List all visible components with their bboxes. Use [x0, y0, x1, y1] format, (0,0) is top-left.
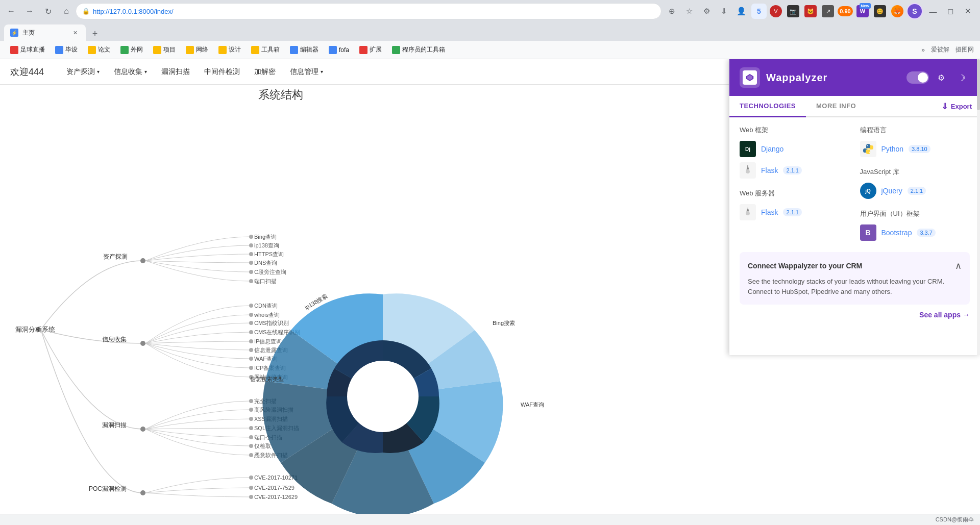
- nav-vuln[interactable]: 漏洞扫描: [155, 64, 196, 80]
- refresh-button[interactable]: ↻: [41, 4, 55, 18]
- see-all-arrow-icon: →: [963, 311, 970, 319]
- ext-wappalyzer-icon[interactable]: W New: [854, 3, 871, 19]
- page-content: 欢迎444 资产探测 ▾ 信息收集 ▾ 漏洞扫描 中间件检测: [0, 59, 980, 514]
- new-tab-button[interactable]: +: [88, 27, 102, 41]
- flask-icon-server: [740, 204, 756, 220]
- python-link[interactable]: Python: [881, 145, 904, 153]
- wappalyzer-logo: [740, 67, 760, 88]
- bookmark-sheji[interactable]: 设计: [214, 43, 245, 56]
- bookmark-xiangmu[interactable]: 项目: [149, 43, 180, 56]
- ext-5-icon[interactable]: 5: [751, 4, 767, 19]
- bookmark-progtoolbox[interactable]: 程序员的工具箱: [388, 43, 449, 56]
- photo-link[interactable]: 摄图网: [955, 45, 974, 54]
- minimize-button[interactable]: —: [925, 3, 941, 19]
- bookmark-zuqiu[interactable]: 足球直播: [6, 43, 49, 56]
- bookmark-wangluo[interactable]: 网络: [182, 43, 212, 56]
- crm-text: See the technology stacks of your leads …: [748, 277, 962, 296]
- bookmarks-more[interactable]: »: [921, 46, 925, 54]
- nav-asset[interactable]: 资产探测 ▾: [60, 64, 106, 80]
- svg-text:ip138查询: ip138查询: [254, 242, 279, 248]
- wappalyzer-toggle[interactable]: [906, 71, 929, 84]
- ext-firefox-icon[interactable]: 🦊: [889, 3, 905, 19]
- jquery-link[interactable]: jQuery: [881, 187, 902, 195]
- wappalyzer-header-icons: ⚙ ☽: [906, 69, 970, 86]
- python-icon: [860, 141, 876, 157]
- bootstrap-link[interactable]: Bootstrap: [881, 229, 912, 237]
- nav-middleware[interactable]: 中间件检测: [198, 64, 246, 80]
- python-item[interactable]: Python 3.8.10: [860, 141, 970, 157]
- ext-camera-icon[interactable]: 📷: [785, 3, 801, 19]
- wappalyzer-tab-moreinfo[interactable]: MORE INFO: [806, 96, 866, 117]
- nav-info[interactable]: 信息收集 ▾: [108, 64, 153, 80]
- django-link[interactable]: Django: [761, 145, 783, 153]
- crm-collapse-button[interactable]: ∧: [955, 260, 962, 271]
- bookmark-bishe-label: 毕设: [65, 45, 78, 54]
- wappalyzer-tab-technologies[interactable]: TECHNOLOGIES: [729, 96, 806, 117]
- bookmark-ext[interactable]: 扩展: [355, 43, 386, 56]
- bookmark-lunwen[interactable]: 论文: [84, 43, 114, 56]
- settings-icon[interactable]: ⚙: [698, 3, 715, 19]
- maximize-button[interactable]: ◻: [942, 3, 959, 19]
- nav-infomgmt[interactable]: 信息管理 ▾: [284, 64, 329, 80]
- js-library-section: JavaScript 库 jQ jQuery 2.1.1: [860, 167, 970, 199]
- svg-text:信息搜索类型: 信息搜索类型: [250, 376, 284, 382]
- django-item[interactable]: Dj Django: [740, 141, 850, 157]
- svg-text:资产探测: 资产探测: [103, 253, 128, 260]
- ext-share-icon[interactable]: ↗: [820, 3, 836, 19]
- address-bar[interactable]: 🔒 http://127.0.0.1:8000/index/: [76, 3, 662, 19]
- svg-point-34: [140, 427, 145, 432]
- bookmark-editor-label: 编辑器: [300, 45, 318, 54]
- title-bar-left: ← → ↻ ⌂: [4, 4, 74, 18]
- bookmark-fofa-label: fofa: [339, 46, 349, 54]
- flask-item-framework[interactable]: Flask 2.1.1: [740, 162, 850, 179]
- profile-avatar[interactable]: S: [906, 3, 923, 19]
- bookmark-bishe[interactable]: 毕设: [51, 43, 82, 56]
- translate-icon[interactable]: ⊕: [664, 3, 680, 19]
- close-button[interactable]: ✕: [960, 3, 976, 19]
- nav-info-arrow: ▾: [144, 69, 147, 74]
- ext-num-icon[interactable]: 0.90: [837, 3, 853, 19]
- nav-asset-arrow: ▾: [97, 69, 100, 74]
- download-icon[interactable]: ⇓: [716, 3, 732, 19]
- nav-infomgmt-arrow: ▾: [321, 69, 323, 74]
- browser-frame: ← → ↻ ⌂ 🔒 http://127.0.0.1:8000/index/ ⊕…: [0, 0, 980, 525]
- flask-link-framework[interactable]: Flask: [761, 166, 778, 174]
- flask-link-server[interactable]: Flask: [761, 208, 778, 216]
- tab-close-button[interactable]: ✕: [70, 28, 80, 37]
- svg-point-68: [867, 145, 868, 146]
- menu-icons: — ◻ ✕: [925, 3, 976, 19]
- see-all-label: See all apps: [919, 311, 961, 319]
- csdn-link[interactable]: 爱被解: [931, 45, 949, 54]
- svg-point-69: [869, 152, 870, 153]
- ext-face-icon[interactable]: 😊: [872, 3, 888, 19]
- see-all-apps-button[interactable]: See all apps →: [740, 305, 970, 325]
- wappalyzer-toggle-dot: [918, 72, 928, 83]
- bookmark-toolbox-label: 工具箱: [261, 45, 280, 54]
- wappalyzer-export-button[interactable]: ⇓ Export: [933, 96, 980, 116]
- wappalyzer-title: Wappalyzer: [766, 72, 900, 84]
- bookmark-icon[interactable]: ☆: [681, 3, 697, 19]
- bookmark-toolbox[interactable]: 工具箱: [247, 43, 284, 56]
- jquery-item[interactable]: jQ jQuery 2.1.1: [860, 183, 970, 199]
- forward-button[interactable]: →: [22, 4, 37, 18]
- account-icon[interactable]: 👤: [733, 3, 749, 19]
- wappalyzer-settings-button[interactable]: ⚙: [933, 69, 949, 86]
- svg-point-0: [140, 258, 145, 263]
- svg-point-10: [249, 270, 253, 274]
- bookmark-fofa[interactable]: fofa: [325, 44, 353, 56]
- svg-text:DNS查询: DNS查询: [254, 260, 277, 266]
- bookmark-waiwang[interactable]: 外网: [116, 43, 147, 56]
- active-tab[interactable]: ⚡ 主页 ✕: [4, 24, 86, 41]
- new-badge: New: [860, 3, 871, 9]
- wappalyzer-darkmode-button[interactable]: ☽: [953, 69, 970, 86]
- ext-cat-icon[interactable]: 🐱: [802, 3, 819, 19]
- home-button[interactable]: ⌂: [59, 4, 74, 18]
- bootstrap-item[interactable]: B Bootstrap 3.3.7: [860, 224, 970, 241]
- nav-crypto[interactable]: 加解密: [248, 64, 282, 80]
- svg-text:WAF查询: WAF查询: [521, 402, 544, 408]
- ext-vuln-icon[interactable]: V: [768, 3, 784, 19]
- wappalyzer-crm-header: Connect Wappalyzer to your CRM ∧: [748, 260, 962, 271]
- bookmark-editor[interactable]: 编辑器: [286, 43, 323, 56]
- flask-item-server[interactable]: Flask 2.1.1: [740, 204, 850, 220]
- back-button[interactable]: ←: [4, 4, 18, 18]
